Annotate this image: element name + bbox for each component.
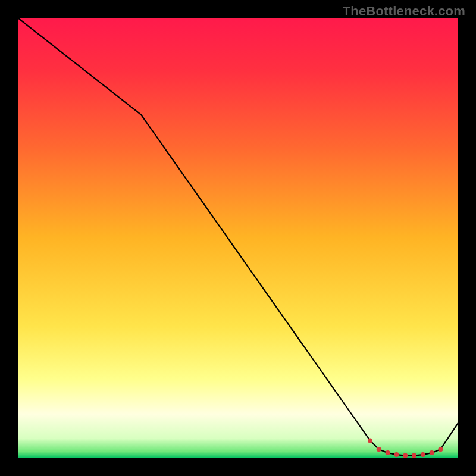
- marker-highlight-range: [430, 450, 434, 455]
- plot-area: [18, 18, 458, 458]
- watermark-text: TheBottleneck.com: [343, 4, 465, 19]
- chart-svg: [18, 18, 458, 458]
- marker-highlight-range: [377, 447, 381, 452]
- marker-highlight-range: [421, 452, 425, 457]
- marker-highlight-range: [394, 452, 399, 457]
- chart-frame: TheBottleneck.com: [0, 0, 476, 476]
- chart-background: [18, 18, 458, 458]
- marker-highlight-range: [368, 438, 372, 443]
- marker-highlight-range: [438, 447, 443, 452]
- marker-highlight-range: [403, 453, 408, 458]
- marker-highlight-range: [386, 450, 390, 455]
- marker-highlight-range: [412, 453, 416, 458]
